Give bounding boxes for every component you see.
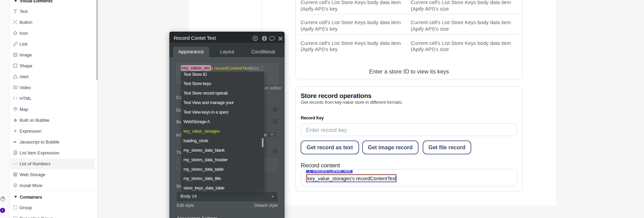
svg-text:JS: JS xyxy=(13,140,16,143)
svg-text:.b: .b xyxy=(13,118,17,122)
